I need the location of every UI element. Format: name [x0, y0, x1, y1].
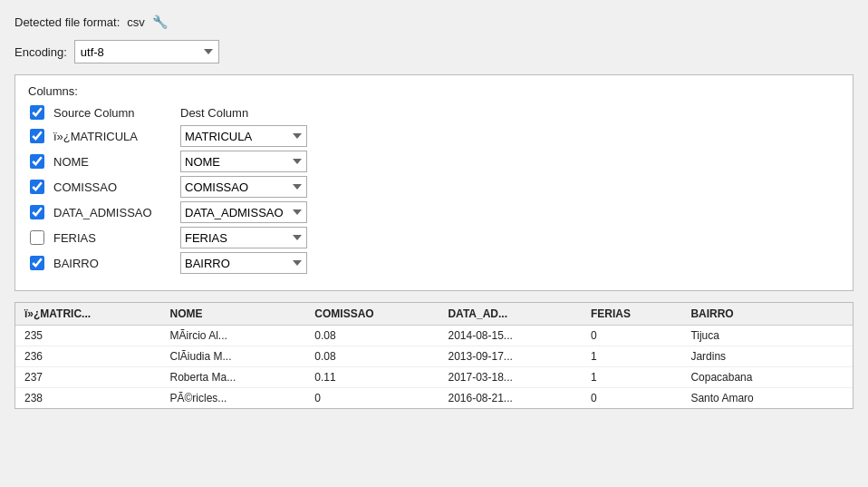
preview-cell-3-4: 0	[582, 388, 681, 409]
column-checkbox-2[interactable]	[30, 180, 44, 194]
preview-row-1: 236ClÃiudia M...0.082013-09-17...1Jardin…	[15, 346, 853, 367]
columns-title: Columns:	[28, 84, 840, 98]
preview-col-header-extra	[821, 303, 853, 326]
column-checkbox-1[interactable]	[30, 154, 44, 169]
preview-table-head: ï»¿MATRIC...NOMECOMISSAODATA_AD...FERIAS…	[15, 303, 853, 326]
preview-cell-1-1: ClÃiudia M...	[161, 346, 306, 367]
preview-col-header-3: DATA_AD...	[439, 303, 582, 326]
column-src-2: COMISSAO	[53, 180, 180, 194]
column-row-4: FERIASFERIAS	[28, 227, 840, 248]
preview-row-2: 237Roberta Ma...0.112017-03-18...1Copaca…	[15, 367, 853, 388]
preview-col-header-5: BAIRRO	[681, 303, 821, 326]
column-checkbox-cell-2	[30, 180, 53, 194]
preview-cell-3-5: Santo Amaro	[681, 388, 821, 409]
preview-cell-1-0: 236	[15, 346, 161, 367]
columns-panel: Columns: Source Column Dest Column ï»¿MA…	[14, 74, 854, 291]
column-dest-select-4[interactable]: FERIAS	[180, 227, 307, 248]
preview-cell-extra-3	[821, 388, 853, 409]
format-value: csv	[127, 15, 145, 29]
preview-cell-3-1: PÃ©ricles...	[161, 388, 306, 409]
preview-col-header-1: NOME	[161, 303, 306, 326]
column-dest-select-0[interactable]: MATRICULA	[180, 125, 307, 147]
preview-panel: ï»¿MATRIC...NOMECOMISSAODATA_AD...FERIAS…	[14, 302, 854, 409]
preview-cell-2-2: 0.11	[305, 367, 439, 388]
preview-header-row: ï»¿MATRIC...NOMECOMISSAODATA_AD...FERIAS…	[15, 303, 853, 326]
preview-col-header-4: FERIAS	[582, 303, 681, 326]
column-checkbox-4[interactable]	[30, 230, 44, 245]
column-dest-select-2[interactable]: COMISSAO	[180, 176, 307, 198]
preview-cell-extra-0	[821, 326, 853, 346]
encoding-row: Encoding: utf-8 latin-1 utf-16 ascii	[14, 40, 854, 63]
column-checkbox-cell-0	[30, 129, 53, 143]
preview-cell-1-5: Jardins	[681, 346, 821, 367]
preview-table: ï»¿MATRIC...NOMECOMISSAODATA_AD...FERIAS…	[15, 303, 853, 408]
preview-cell-1-2: 0.08	[305, 346, 439, 367]
select-all-checkbox[interactable]	[30, 105, 44, 120]
preview-cell-0-2: 0.08	[305, 326, 439, 346]
column-row-2: COMISSAOCOMISSAO	[28, 176, 840, 198]
source-column-header: Source Column	[53, 106, 180, 120]
columns-rows-container: ï»¿MATRICULAMATRICULANOMENOMECOMISSAOCOM…	[28, 125, 840, 274]
encoding-label: Encoding:	[14, 45, 67, 59]
columns-header-row: Source Column Dest Column	[28, 105, 840, 120]
preview-cell-0-1: MÃircio Al...	[161, 326, 306, 346]
preview-col-header-0: ï»¿MATRIC...	[15, 303, 161, 326]
column-row-5: BAIRROBAIRRO	[28, 252, 840, 274]
preview-cell-2-0: 237	[15, 367, 161, 388]
column-dest-select-1[interactable]: NOME	[180, 151, 307, 172]
preview-cell-0-4: 0	[582, 326, 681, 346]
column-dest-select-5[interactable]: BAIRRO	[180, 252, 307, 274]
column-checkbox-cell-4	[30, 230, 53, 245]
preview-col-header-2: COMISSAO	[305, 303, 439, 326]
preview-cell-2-3: 2017-03-18...	[439, 367, 582, 388]
column-dest-select-3[interactable]: DATA_ADMISSAO	[180, 201, 307, 223]
preview-cell-2-5: Copacabana	[681, 367, 821, 388]
column-checkbox-3[interactable]	[30, 205, 44, 219]
preview-cell-2-4: 1	[582, 367, 681, 388]
dest-column-header: Dest Column	[180, 106, 248, 120]
preview-cell-extra-1	[821, 346, 853, 367]
preview-cell-0-5: Tijuca	[681, 326, 821, 346]
preview-cell-0-0: 235	[15, 326, 161, 346]
preview-cell-3-0: 238	[15, 388, 161, 409]
preview-cell-1-4: 1	[582, 346, 681, 367]
header-check-cell	[30, 105, 53, 120]
column-checkbox-cell-3	[30, 205, 53, 219]
column-row-0: ï»¿MATRICULAMATRICULA	[28, 125, 840, 147]
column-src-4: FERIAS	[53, 231, 180, 245]
wrench-icon[interactable]: 🔧	[152, 15, 168, 29]
column-checkbox-cell-5	[30, 256, 53, 270]
column-src-3: DATA_ADMISSAO	[53, 206, 180, 219]
preview-cell-extra-2	[821, 367, 853, 388]
column-checkbox-5[interactable]	[30, 256, 44, 270]
preview-cell-3-3: 2016-08-21...	[439, 388, 582, 409]
detected-format-label: Detected file format:	[14, 15, 120, 29]
column-src-0: ï»¿MATRICULA	[53, 130, 180, 143]
column-src-5: BAIRRO	[53, 257, 180, 270]
preview-row-0: 235MÃircio Al...0.082014-08-15...0Tijuca	[15, 326, 853, 346]
column-src-1: NOME	[53, 155, 180, 169]
column-row-3: DATA_ADMISSAODATA_ADMISSAO	[28, 201, 840, 223]
format-detection-bar: Detected file format: csv 🔧	[14, 15, 854, 29]
preview-cell-3-2: 0	[305, 388, 439, 409]
column-checkbox-cell-1	[30, 154, 53, 169]
preview-table-body: 235MÃircio Al...0.082014-08-15...0Tijuca…	[15, 326, 853, 409]
preview-cell-2-1: Roberta Ma...	[161, 367, 306, 388]
encoding-select[interactable]: utf-8 latin-1 utf-16 ascii	[74, 40, 219, 63]
preview-cell-1-3: 2013-09-17...	[439, 346, 582, 367]
column-row-1: NOMENOME	[28, 151, 840, 172]
preview-row-3: 238PÃ©ricles...02016-08-21...0Santo Amar…	[15, 388, 853, 409]
column-checkbox-0[interactable]	[30, 129, 44, 143]
preview-cell-0-3: 2014-08-15...	[439, 326, 582, 346]
